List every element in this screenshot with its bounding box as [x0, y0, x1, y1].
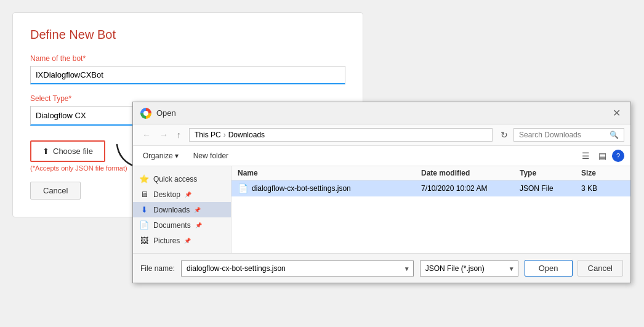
back-button[interactable]: ← — [139, 128, 154, 142]
name-label: Name of the bot* — [30, 54, 345, 63]
sidebar-item-label: Quick access — [153, 175, 197, 184]
pin-icon: 📌 — [194, 207, 201, 213]
sidebar-item-documents[interactable]: 📄 Documents 📌 — [133, 217, 231, 233]
open-button[interactable]: Open — [525, 260, 573, 277]
pictures-icon: 🖼 — [139, 236, 149, 245]
dialog-title-left: Open — [140, 108, 176, 119]
sidebar-item-label: Documents — [153, 221, 191, 230]
pin-icon: 📌 — [185, 192, 191, 198]
organize-button[interactable]: Organize ▾ — [139, 149, 182, 163]
desktop-icon: 🖥 — [139, 190, 149, 199]
pin-icon: 📌 — [195, 222, 202, 228]
col-header-size[interactable]: Size — [581, 169, 624, 177]
up-button[interactable]: ↑ — [174, 128, 184, 142]
quick-access-icon: ⭐ — [139, 174, 149, 184]
search-input[interactable] — [519, 131, 610, 139]
file-date: 7/10/2020 10:02 AM — [421, 184, 520, 193]
sidebar-item-desktop[interactable]: 🖥 Desktop 📌 — [133, 187, 231, 202]
col-header-type[interactable]: Type — [520, 169, 581, 177]
upload-icon: ⬆ — [42, 147, 49, 156]
breadcrumb-item-downloads: Downloads — [228, 131, 265, 139]
filetype-select[interactable]: JSON File (*.json) All Files (*.*) — [420, 260, 518, 277]
footer-buttons: Open Cancel — [525, 260, 623, 277]
sidebar-item-pictures[interactable]: 🖼 Pictures 📌 — [133, 233, 231, 248]
new-folder-button[interactable]: New folder — [188, 149, 233, 163]
help-button[interactable]: ? — [612, 150, 624, 162]
refresh-button[interactable]: ↻ — [497, 128, 511, 142]
breadcrumb-item-pc: This PC — [195, 131, 221, 139]
sidebar: ⭐ Quick access 🖥 Desktop 📌 ⬇ Downloads 📌… — [133, 166, 231, 253]
search-box: 🔍 — [513, 128, 624, 142]
file-icon: 📄 — [238, 184, 248, 193]
nav-bar: ← → ↑ This PC › Downloads ↻ 🔍 — [133, 124, 630, 146]
sidebar-item-label: Pictures — [153, 236, 180, 245]
pin-icon: 📌 — [184, 238, 191, 244]
file-name: dialogflow-cx-bot-settings.json — [252, 184, 351, 193]
file-size: 3 KB — [581, 184, 624, 193]
filetype-select-wrapper: JSON File (*.json) All Files (*.*) ▼ — [420, 260, 518, 277]
downloads-icon: ⬇ — [139, 205, 149, 214]
search-icon: 🔍 — [610, 131, 619, 139]
breadcrumb-separator: › — [223, 131, 226, 139]
col-header-name[interactable]: Name — [238, 169, 421, 177]
sidebar-item-downloads[interactable]: ⬇ Downloads 📌 — [133, 202, 231, 217]
toolbar: Organize ▾ New folder ☰ ▤ ? — [133, 146, 630, 166]
form-title: Define New Bot — [30, 28, 345, 42]
filename-input-wrapper: ▼ — [181, 260, 414, 277]
choose-file-button[interactable]: ⬆ Choose file — [30, 140, 105, 162]
dialog-titlebar: Open ✕ — [133, 102, 630, 124]
dialog-footer: File name: ▼ JSON File (*.json) All File… — [133, 253, 630, 283]
file-name-label: File name: — [140, 264, 175, 273]
file-list: Name Date modified Type Size 📄 dialogflo… — [231, 166, 630, 253]
filename-dropdown-icon: ▼ — [404, 265, 410, 272]
footer-cancel-button[interactable]: Cancel — [578, 260, 623, 277]
sidebar-item-label: Desktop — [153, 190, 180, 199]
breadcrumb: This PC › Downloads — [189, 128, 493, 142]
forward-button[interactable]: → — [156, 128, 171, 142]
content-area: ⭐ Quick access 🖥 Desktop 📌 ⬇ Downloads 📌… — [133, 166, 630, 253]
view-buttons: ☰ ▤ ? — [579, 149, 624, 163]
file-name-cell: 📄 dialogflow-cx-bot-settings.json — [238, 184, 421, 193]
table-row[interactable]: 📄 dialogflow-cx-bot-settings.json 7/10/2… — [231, 180, 630, 196]
sidebar-item-quick-access[interactable]: ⭐ Quick access — [133, 171, 231, 187]
chrome-icon — [140, 108, 151, 119]
details-view-button[interactable]: ▤ — [595, 149, 610, 163]
filename-input[interactable] — [181, 260, 414, 277]
sidebar-item-label: Downloads — [153, 206, 190, 214]
file-type: JSON File — [520, 184, 581, 193]
bot-name-input[interactable] — [30, 66, 345, 84]
dialog-close-button[interactable]: ✕ — [610, 107, 623, 119]
open-file-dialog: Open ✕ ← → ↑ This PC › Downloads ↻ 🔍 Org… — [132, 102, 631, 283]
list-view-button[interactable]: ☰ — [579, 149, 593, 163]
col-header-date[interactable]: Date modified — [421, 169, 520, 177]
dialog-title-text: Open — [156, 108, 176, 118]
cancel-button[interactable]: Cancel — [30, 182, 81, 200]
file-list-header: Name Date modified Type Size — [231, 166, 630, 180]
organize-chevron-icon: ▾ — [175, 151, 179, 160]
documents-icon: 📄 — [139, 220, 149, 230]
